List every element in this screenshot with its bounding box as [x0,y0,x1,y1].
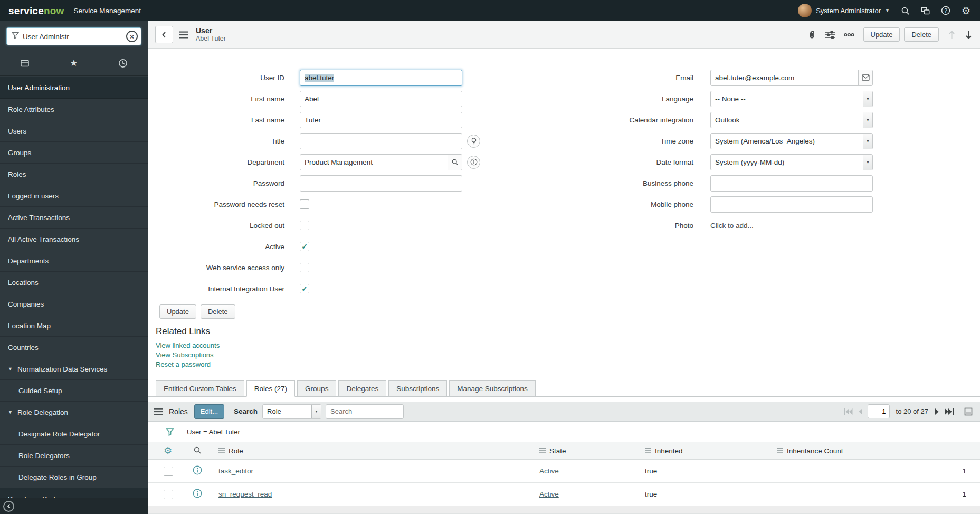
last-page-button[interactable] [945,408,954,415]
sidebar-item-users[interactable]: Users [0,120,148,142]
all-applications-tab[interactable] [0,51,49,75]
user-menu[interactable]: System Administrator ▼ [798,4,890,17]
next-record-button[interactable] [965,30,973,40]
sidebar-item-role-attributes[interactable]: Role Attributes [0,99,148,120]
column-header-inheritance-count[interactable]: Inheritance Count [770,442,980,460]
update-button[interactable]: Update [863,27,900,42]
sidebar-item-normalization-data-services[interactable]: ▼ Normalization Data Services [0,358,148,380]
next-page-button[interactable] [935,408,940,415]
clear-filter-icon[interactable]: × [126,31,138,42]
personalize-form-button[interactable] [825,31,835,39]
sidebar-item-departments[interactable]: Departments [0,250,148,272]
collapse-sidebar-button[interactable] [3,501,14,512]
email-field[interactable] [710,70,873,86]
tab-delegates[interactable]: Delegates [338,380,386,397]
more-options-button[interactable] [844,31,854,39]
department-field[interactable] [300,154,462,170]
settings-gear-icon[interactable]: ⚙ [962,6,971,16]
sidebar-item-groups[interactable]: Groups [0,142,148,164]
first-page-button[interactable] [843,408,853,415]
sidebar-item-role-delegators[interactable]: Role Delegators [0,445,148,467]
suggestion-button[interactable] [467,135,480,148]
last-name-field[interactable] [300,112,462,128]
tab-entitled-custom-tables[interactable]: Entitled Custom Tables [156,380,244,397]
global-search-icon[interactable] [901,6,910,15]
web-service-access-only-checkbox[interactable]: ✓ [300,263,309,272]
previous-page-button[interactable] [858,408,863,415]
favorites-tab[interactable]: ★ [49,51,98,75]
sidebar-item-user-administration[interactable]: User Administration [0,77,148,99]
info-icon[interactable] [193,465,202,475]
mobile-phone-field[interactable] [710,196,873,213]
state-link[interactable]: Active [539,490,559,498]
date-format-select[interactable]: System (yyyy-MM-dd) ▼ [710,154,873,170]
search-field-select[interactable]: Role ▼ [262,404,321,419]
form-context-menu-button[interactable] [179,31,188,39]
row-checkbox[interactable] [164,467,173,476]
reference-info-button[interactable] [467,156,480,169]
filter-breadcrumb[interactable]: User = Abel Tuter [187,428,240,436]
sidebar-item-delegate-roles-in-group[interactable]: Delegate Roles in Group [0,467,148,488]
locked-out-checkbox[interactable]: ✓ [300,221,309,230]
edit-list-button[interactable]: Edit... [194,404,224,419]
info-icon[interactable] [193,489,202,498]
search-rows-header[interactable] [183,442,212,460]
tab-groups[interactable]: Groups [297,380,336,397]
column-header-inherited[interactable]: Inherited [639,442,770,460]
lookup-icon[interactable] [448,155,462,170]
role-link[interactable]: sn_request_read [218,490,272,498]
filter-icon[interactable] [166,427,174,436]
history-tab[interactable] [99,51,148,75]
column-header-state[interactable]: State [533,442,639,460]
sidebar-item-active-transactions[interactable]: Active Transactions [0,207,148,229]
connect-chat-icon[interactable] [921,6,930,15]
view-linked-accounts-link[interactable]: View linked accounts [156,341,220,350]
page-number-input[interactable] [868,404,890,418]
view-subscriptions-link[interactable]: View Subscriptions [156,350,214,360]
tab-roles[interactable]: Roles (27) [246,380,295,397]
title-field[interactable] [300,133,462,149]
collapse-list-button[interactable] [964,407,973,416]
first-name-field[interactable] [300,91,462,107]
time-zone-select[interactable]: System (America/Los_Angeles) ▼ [710,133,873,149]
back-button[interactable] [155,26,173,43]
sidebar-item-role-delegation[interactable]: ▼ Role Delegation [0,402,148,423]
sidebar-item-location-map[interactable]: Location Map [0,315,148,337]
tab-subscriptions[interactable]: Subscriptions [388,380,447,397]
user-id-field[interactable]: abel.tuter [300,70,462,86]
row-checkbox[interactable] [164,490,173,499]
state-link[interactable]: Active [539,467,559,475]
language-select[interactable]: -- None -- ▼ [710,91,873,107]
business-phone-field[interactable] [710,175,873,192]
sidebar-item-guided-setup[interactable]: Guided Setup [0,380,148,402]
column-header-role[interactable]: Role [212,442,533,460]
attachments-button[interactable] [807,30,816,40]
help-icon[interactable]: ? [941,6,950,15]
list-settings-header[interactable]: ⚙ [148,442,183,460]
sidebar-item-locations[interactable]: Locations [0,272,148,293]
tab-manage-subscriptions[interactable]: Manage Subscriptions [449,380,536,397]
sidebar-item-all-active-transactions[interactable]: All Active Transactions [0,229,148,250]
update-button[interactable]: Update [159,304,196,319]
reset-password-link[interactable]: Reset a password [156,360,211,369]
sidebar-item-countries[interactable]: Countries [0,337,148,358]
sidebar-item-companies[interactable]: Companies [0,293,148,315]
previous-record-button[interactable] [948,30,956,40]
list-search-input[interactable] [326,404,404,419]
list-context-menu-button[interactable] [154,408,163,415]
filter-navigator-input[interactable] [23,33,126,41]
calendar-integration-select[interactable]: Outlook ▼ [710,112,873,128]
sidebar-item-logged-in-users[interactable]: Logged in users [0,185,148,207]
sidebar-item-designate-role-delegator[interactable]: Designate Role Delegator [0,423,148,445]
password-field[interactable] [300,175,462,192]
email-icon[interactable] [858,70,872,85]
internal-integration-user-checkbox[interactable]: ✓ [300,284,309,293]
sidebar-item-roles[interactable]: Roles [0,164,148,185]
active-checkbox[interactable]: ✓ [300,242,309,251]
delete-button[interactable]: Delete [201,304,235,319]
field-label: Mobile phone [486,201,701,208]
role-link[interactable]: task_editor [218,467,253,475]
password-needs-reset-checkbox[interactable]: ✓ [300,199,309,209]
delete-button[interactable]: Delete [904,27,939,42]
photo-add-link[interactable]: Click to add... [710,222,754,230]
